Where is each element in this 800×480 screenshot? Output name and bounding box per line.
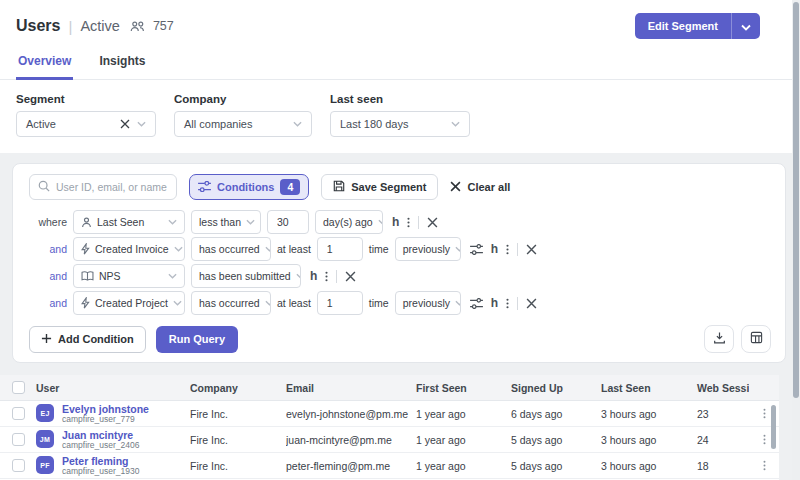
condition-operator-select[interactable]: has occurred: [191, 237, 271, 261]
remove-condition-icon[interactable]: [526, 244, 537, 255]
column-header-company[interactable]: Company: [190, 382, 286, 394]
query-builder-card: Conditions 4 Save Segment Clear all: [12, 163, 786, 363]
column-header-email[interactable]: Email: [286, 382, 416, 394]
condition-unit-select[interactable]: day(s) ago: [315, 210, 383, 234]
kebab-menu-icon[interactable]: [325, 270, 328, 283]
table-row[interactable]: JM Juan mcintyre campfire_user_2406 Fire…: [0, 427, 779, 453]
cell-last-seen: 3 hours ago: [601, 408, 689, 420]
chevron-down-icon: [455, 300, 461, 306]
user-name-link[interactable]: Evelyn johnstone: [62, 403, 149, 415]
row-kebab-menu-icon[interactable]: [763, 407, 766, 420]
tab-overview[interactable]: Overview: [16, 54, 73, 80]
user-count: 757: [153, 19, 174, 33]
user-name-link[interactable]: Peter fleming: [62, 455, 140, 467]
plus-icon: [41, 333, 52, 346]
condition-connector: and: [29, 243, 67, 255]
filter-company-select[interactable]: All companies: [174, 111, 312, 137]
filter-segment-select[interactable]: Active: [16, 111, 156, 137]
cell-email: peter-fleming@pm.me: [286, 460, 416, 472]
column-header-signed-up[interactable]: Signed Up: [511, 382, 601, 394]
row-checkbox[interactable]: [12, 433, 25, 446]
row-checkbox[interactable]: [12, 459, 25, 472]
save-segment-button[interactable]: Save Segment: [321, 174, 438, 200]
condition-operator-value: has occurred: [199, 297, 260, 309]
table-scrollbar[interactable]: [771, 405, 776, 449]
page-header: Users | Active 757 Edit Segment: [0, 0, 792, 39]
condition-row: where Last Seen less than day(s: [13, 210, 785, 234]
users-count-icon: [130, 21, 145, 32]
condition-field-value: Created Invoice: [95, 243, 169, 255]
clear-segment-icon[interactable]: [120, 119, 130, 129]
save-segment-label: Save Segment: [351, 181, 426, 193]
table-row[interactable]: PF Peter fleming campfire_user_1930 Fire…: [0, 453, 779, 479]
select-all-checkbox[interactable]: [12, 381, 25, 394]
page-top: Users | Active 757 Edit Segment: [0, 0, 792, 153]
user-name-link[interactable]: Juan mcintyre: [62, 429, 140, 441]
user-search-input[interactable]: [56, 181, 168, 193]
row-checkbox[interactable]: [12, 407, 25, 420]
column-header-web-sessions[interactable]: Web Sessions: [689, 382, 749, 394]
tab-insights[interactable]: Insights: [97, 54, 147, 79]
table-row[interactable]: EJ Evelyn johnstone campfire_user_779 Fi…: [0, 401, 779, 427]
add-condition-button[interactable]: Add Condition: [29, 326, 146, 353]
edit-segment-dropdown-button[interactable]: [732, 13, 760, 39]
condition-timeframe-select[interactable]: previously: [395, 291, 461, 315]
condition-field-select[interactable]: Last Seen: [73, 210, 185, 234]
conditions-button[interactable]: Conditions 4: [189, 174, 309, 200]
condition-operator-select[interactable]: has occurred: [191, 291, 271, 315]
condition-connector: where: [29, 216, 67, 228]
condition-operator-value: has occurred: [199, 243, 260, 255]
column-header-last-seen[interactable]: Last Seen: [601, 382, 689, 394]
page-body: Conditions 4 Save Segment Clear all: [0, 153, 792, 480]
page-scrollbar[interactable]: [793, 2, 799, 398]
query-builder-toolbar: Conditions 4 Save Segment Clear all: [13, 174, 785, 200]
cell-email: juan-mcintyre@pm.me: [286, 434, 416, 446]
condition-field-select[interactable]: NPS: [73, 264, 185, 288]
kebab-menu-icon[interactable]: [506, 243, 509, 256]
condition-field-select[interactable]: Created Project: [73, 291, 185, 315]
filter-company-value: All companies: [184, 118, 252, 130]
add-condition-label: Add Condition: [58, 333, 134, 345]
row-kebab-menu-icon[interactable]: [763, 459, 766, 472]
divider: [418, 216, 419, 229]
condition-field-select[interactable]: Created Invoice: [73, 237, 185, 261]
chevron-down-icon: [168, 273, 177, 279]
event-lightning-icon: [81, 297, 90, 309]
row-kebab-menu-icon[interactable]: [763, 433, 766, 446]
page-title: Users: [16, 17, 60, 35]
condition-row: and Created Invoice has occurred at leas…: [13, 237, 785, 261]
condition-value-input[interactable]: [317, 291, 363, 315]
condition-connector: and: [29, 270, 67, 282]
cell-company: Fire Inc.: [190, 434, 286, 446]
event-lightning-icon: [81, 243, 90, 255]
condition-timeframe-select[interactable]: previously: [395, 237, 461, 261]
columns-button[interactable]: [741, 325, 771, 353]
edit-segment-button[interactable]: Edit Segment: [635, 13, 731, 39]
history-icon[interactable]: h: [491, 297, 498, 309]
filter-last-seen-select[interactable]: Last 180 days: [330, 111, 470, 137]
history-icon[interactable]: h: [491, 243, 498, 255]
condition-operator-select[interactable]: less than: [191, 210, 261, 234]
condition-operator-select[interactable]: has been submitted: [191, 264, 301, 288]
export-button[interactable]: [704, 325, 734, 353]
cell-email: evelyn-johnstone@pm.me: [286, 408, 416, 420]
column-header-first-seen[interactable]: First Seen: [416, 382, 511, 394]
sliders-icon[interactable]: [470, 298, 483, 309]
history-icon[interactable]: h: [310, 270, 317, 282]
column-header-user[interactable]: User: [36, 382, 59, 394]
avatar: JM: [36, 430, 54, 448]
run-query-button[interactable]: Run Query: [156, 326, 238, 353]
sliders-icon[interactable]: [470, 244, 483, 255]
remove-condition-icon[interactable]: [427, 217, 438, 228]
kebab-menu-icon[interactable]: [506, 297, 509, 310]
unit-label: time: [369, 243, 389, 255]
condition-value-input[interactable]: [267, 210, 309, 234]
condition-value-input[interactable]: [317, 237, 363, 261]
remove-condition-icon[interactable]: [526, 298, 537, 309]
remove-condition-icon[interactable]: [345, 271, 356, 282]
clear-all-button[interactable]: Clear all: [450, 181, 510, 194]
condition-timeframe-value: previously: [403, 297, 450, 309]
users-page: Users | Active 757 Edit Segment: [0, 0, 792, 480]
history-icon[interactable]: h: [392, 216, 399, 228]
kebab-menu-icon[interactable]: [407, 216, 410, 229]
